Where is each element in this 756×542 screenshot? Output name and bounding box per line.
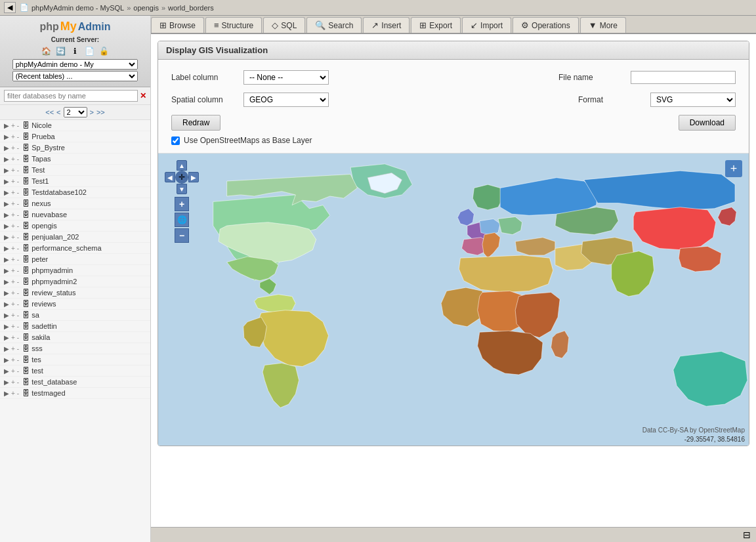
db-list-item[interactable]: ▶ + - 🗄 sss xyxy=(0,343,150,354)
next-page-button[interactable]: > xyxy=(90,108,94,116)
db-expand-icon[interactable]: ▶ xyxy=(4,256,9,263)
db-minus-icon: - xyxy=(17,245,19,252)
zoom-out-button[interactable]: − xyxy=(175,228,189,243)
db-list-item[interactable]: ▶ + - 🗄 nuevabase xyxy=(0,209,150,220)
format-select[interactable]: SVG PNG PDF xyxy=(650,93,736,107)
db-list-item[interactable]: ▶ + - 🗄 Sp_Bystre xyxy=(0,142,150,154)
tab-more[interactable]: ▼ More xyxy=(580,17,626,33)
db-minus-icon: - xyxy=(17,367,19,375)
back-button[interactable]: ◀ xyxy=(4,2,16,13)
db-expand-icon[interactable]: ▶ xyxy=(4,122,9,129)
label-column-select[interactable]: -- None -- xyxy=(243,70,329,85)
settings-icon[interactable]: 📄 xyxy=(85,46,95,56)
nav-down-button[interactable]: ▼ xyxy=(177,184,187,194)
db-list-item[interactable]: ▶ + - 🗄 reviews xyxy=(0,299,150,310)
db-minus-icon: - xyxy=(17,222,19,230)
db-plus-icon: + xyxy=(11,267,15,274)
spatial-column-select[interactable]: GEOG xyxy=(243,93,329,107)
db-expand-icon[interactable]: ▶ xyxy=(4,189,9,196)
db-list-item[interactable]: ▶ + - 🗄 review_status xyxy=(0,287,150,299)
db-expand-icon[interactable]: ▶ xyxy=(4,245,9,252)
db-list-item[interactable]: ▶ + - 🗄 test xyxy=(0,365,150,377)
db-list-item[interactable]: ▶ + - 🗄 performance_schema xyxy=(0,243,150,254)
db-expand-icon[interactable]: ▶ xyxy=(4,222,9,230)
db-expand-icon[interactable]: ▶ xyxy=(4,200,9,207)
db-name-label: phpmyadmin2 xyxy=(32,278,77,285)
recent-tables-select[interactable]: (Recent tables) ... xyxy=(12,71,138,81)
map-container[interactable]: ▲ ◀ ✛ ▶ ▼ + 🌐 − + xyxy=(158,154,749,446)
db-minus-icon: - xyxy=(17,167,19,174)
map-plus-button[interactable]: + xyxy=(725,160,742,177)
db-expand-icon[interactable]: ▶ xyxy=(4,345,9,352)
redraw-button[interactable]: Redraw xyxy=(171,115,220,131)
tab-structure[interactable]: ≡ Structure xyxy=(205,17,262,33)
db-list-item[interactable]: ▶ + - 🗄 sakila xyxy=(0,332,150,343)
tab-insert[interactable]: ↗ Insert xyxy=(363,17,410,33)
db-list-item[interactable]: ▶ + - 🗄 peter xyxy=(0,254,150,265)
db-list-item[interactable]: ▶ + - 🗄 sa xyxy=(0,310,150,321)
db-expand-icon[interactable]: ▶ xyxy=(4,390,9,397)
db-expand-icon[interactable]: ▶ xyxy=(4,379,9,386)
db-expand-icon[interactable]: ▶ xyxy=(4,301,9,308)
db-expand-icon[interactable]: ▶ xyxy=(4,156,9,163)
tab-browse[interactable]: ⊞ Browse xyxy=(151,17,204,33)
db-list-item[interactable]: ▶ + - 🗄 Nicole xyxy=(0,120,150,131)
tab-sql[interactable]: ◇ SQL xyxy=(263,17,305,33)
db-expand-icon[interactable]: ▶ xyxy=(4,334,9,341)
server-select[interactable]: phpMyAdmin demo - My xyxy=(12,59,138,70)
db-expand-icon[interactable]: ▶ xyxy=(4,167,9,174)
tab-operations[interactable]: ⚙ Operations xyxy=(513,17,579,33)
db-expand-icon[interactable]: ▶ xyxy=(4,178,9,185)
download-button[interactable]: Download xyxy=(679,115,736,131)
db-expand-icon[interactable]: ▶ xyxy=(4,356,9,364)
filter-input[interactable] xyxy=(4,90,138,102)
nav-up-button[interactable]: ▲ xyxy=(177,160,187,171)
zoom-globe-button[interactable]: 🌐 xyxy=(175,213,189,227)
exit-icon[interactable]: 🔓 xyxy=(99,46,110,56)
first-page-button[interactable]: << xyxy=(45,108,54,116)
db-expand-icon[interactable]: ▶ xyxy=(4,144,9,152)
db-expand-icon[interactable]: ▶ xyxy=(4,289,9,297)
db-list-item[interactable]: ▶ + - 🗄 phpmyadmin2 xyxy=(0,276,150,287)
db-list-item[interactable]: ▶ + - 🗄 phpmyadmin xyxy=(0,265,150,276)
db-expand-icon[interactable]: ▶ xyxy=(4,133,9,140)
reload-icon[interactable]: 🔄 xyxy=(56,46,66,56)
db-folder-icon: 🗄 xyxy=(22,133,30,140)
collapse-icon[interactable]: ⊟ xyxy=(743,530,751,540)
db-list-item[interactable]: ▶ + - 🗄 penjualan_202 xyxy=(0,232,150,243)
osm-checkbox[interactable] xyxy=(171,136,180,145)
tab-search[interactable]: 🔍 Search xyxy=(306,17,362,33)
zoom-in-button[interactable]: + xyxy=(175,197,189,211)
db-list-item[interactable]: ▶ + - 🗄 tes xyxy=(0,354,150,365)
db-plus-icon: + xyxy=(11,167,15,174)
home-icon[interactable]: 🏠 xyxy=(41,46,52,56)
db-expand-icon[interactable]: ▶ xyxy=(4,211,9,219)
db-expand-icon[interactable]: ▶ xyxy=(4,367,9,375)
page-select[interactable]: 2 xyxy=(64,107,87,117)
tab-more-label: More xyxy=(600,21,618,30)
db-expand-icon[interactable]: ▶ xyxy=(4,312,9,319)
db-expand-icon[interactable]: ▶ xyxy=(4,234,9,241)
db-expand-icon[interactable]: ▶ xyxy=(4,323,9,330)
filter-clear-button[interactable]: ✕ xyxy=(140,91,146,100)
db-list-item[interactable]: ▶ + - 🗄 Testdatabase102 xyxy=(0,187,150,198)
db-list-item[interactable]: ▶ + - 🗄 sadettin xyxy=(0,321,150,332)
prev-page-button[interactable]: < xyxy=(56,108,60,116)
db-list-item[interactable]: ▶ + - 🗄 Test1 xyxy=(0,176,150,187)
db-expand-icon[interactable]: ▶ xyxy=(4,278,9,285)
db-list-item[interactable]: ▶ + - 🗄 opengis xyxy=(0,220,150,232)
nav-right-button[interactable]: ▶ xyxy=(188,172,199,182)
tab-export[interactable]: ⊞ Export xyxy=(411,17,461,33)
db-list-item[interactable]: ▶ + - 🗄 Test xyxy=(0,165,150,176)
last-page-button[interactable]: >> xyxy=(96,108,105,116)
db-list-item[interactable]: ▶ + - 🗄 testmaged xyxy=(0,388,150,399)
db-list-item[interactable]: ▶ + - 🗄 nexus xyxy=(0,198,150,209)
db-list-item[interactable]: ▶ + - 🗄 test_database xyxy=(0,377,150,388)
db-list-item[interactable]: ▶ + - 🗄 Tapas xyxy=(0,154,150,165)
nav-left-button[interactable]: ◀ xyxy=(165,172,175,182)
tab-import[interactable]: ↙ Import xyxy=(462,17,511,33)
file-name-input[interactable] xyxy=(631,71,736,84)
db-expand-icon[interactable]: ▶ xyxy=(4,267,9,274)
info-icon[interactable]: ℹ xyxy=(70,46,81,56)
db-list-item[interactable]: ▶ + - 🗄 Prueba xyxy=(0,131,150,142)
